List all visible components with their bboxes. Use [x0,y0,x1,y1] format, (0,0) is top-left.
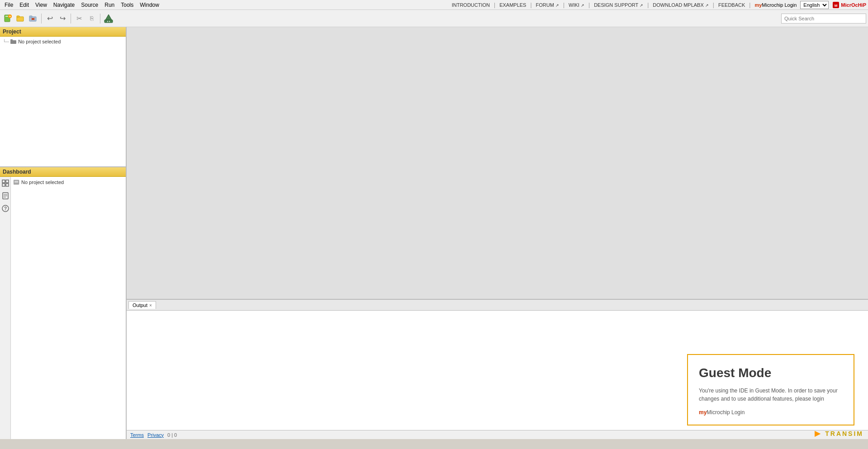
close-project-icon [28,14,38,23]
left-panel: Project └─ No project selected Dashboard [0,27,127,439]
svg-rect-12 [104,20,113,23]
svg-text:+: + [9,14,11,19]
guest-mode-login: myMicrochip Login [699,409,843,416]
menu-tools[interactable]: Tools [118,1,136,9]
output-tab-label: Output [133,302,147,308]
output-tab[interactable]: Output × [128,301,156,309]
transim-logo: ▶ TRANSIM [815,429,863,438]
nav-sep-2: | [530,2,531,8]
nav-sep-4: | [588,2,590,8]
svg-rect-3 [5,16,8,17]
svg-text:M: M [835,4,838,8]
status-counters: 0 | 0 [167,432,177,438]
guest-mode-description: You're using the IDE in Guest Mode. In o… [699,387,843,403]
build-button[interactable] [103,13,114,24]
my-microchip-login-red[interactable]: my [699,409,707,416]
dashboard-icons-col: ? [0,177,11,439]
svg-rect-19 [6,180,9,183]
toolbar-sep-2 [71,14,71,24]
dashboard-content: No project selected [11,177,126,439]
svg-text:?: ? [4,206,6,211]
language-selector[interactable]: English [800,1,829,9]
privacy-link[interactable]: Privacy [147,432,164,438]
quick-search-input[interactable] [781,14,866,24]
menu-navigate[interactable]: Navigate [51,1,77,9]
project-folder-icon [10,39,17,44]
redo-button[interactable]: ↪ [57,13,68,24]
nav-design-support[interactable]: DESIGN SUPPORT ↗ [591,2,646,8]
svg-rect-14 [107,21,108,22]
menu-file[interactable]: File [2,1,16,9]
dashboard-icon-doc[interactable] [1,191,10,200]
open-project-icon [16,14,25,23]
transim-text: TRANSIM [825,430,863,437]
build-icon [104,14,114,24]
nav-examples[interactable]: EXAMPLES [497,2,529,8]
output-panel: Output × Guest Mode You're using the IDE… [127,299,868,439]
grid-icon [2,180,9,187]
nav-download[interactable]: DOWNLOAD MPLABX ↗ [650,2,711,8]
dashboard-icon-help[interactable]: ? [1,204,10,213]
svg-rect-7 [17,16,19,17]
center-right-panel: Output × Guest Mode You're using the IDE… [127,27,868,439]
microchip-brand-text: MicrOcHiP [841,2,866,8]
transim-triangle-icon: ▶ [815,430,821,437]
toolbar-sep-1 [41,14,42,24]
my-prefix: my [754,2,762,8]
doc-icon [2,192,9,199]
project-panel-content: └─ No project selected [0,37,126,166]
nav-sep-3: | [563,2,564,8]
cut-button[interactable]: ✂ [73,13,85,24]
nav-sep-6: | [713,2,714,8]
microchip-logo-icon: M [832,1,840,9]
output-content: Guest Mode You're using the IDE in Guest… [127,311,868,439]
microchip-logo: M MicrOcHiP [832,1,866,9]
no-project-label: No project selected [18,39,61,44]
new-project-icon: + [3,14,12,23]
project-panel-header: Project [0,27,126,37]
menu-run[interactable]: Run [102,1,117,9]
guest-mode-popup: Guest Mode You're using the IDE in Guest… [687,354,854,425]
menu-edit[interactable]: Edit [17,1,32,9]
dashboard-no-project: No project selected [13,179,124,186]
menu-bar: File Edit View Navigate Source Run Tools… [0,0,868,10]
dashboard-no-project-label: No project selected [21,180,64,185]
main-layout: Project └─ No project selected Dashboard [0,27,868,439]
new-project-button[interactable]: + [2,13,14,24]
editor-area [127,27,868,299]
nav-introduction[interactable]: INTRODUCTION [449,2,493,8]
guest-mode-title: Guest Mode [699,366,843,380]
close-project-button[interactable] [27,13,39,24]
nav-wiki[interactable]: WIKI ↗ [566,2,587,8]
svg-rect-9 [29,16,32,17]
paste-button[interactable]: ⎘ [86,13,98,24]
toolbar-sep-3 [100,14,100,24]
svg-rect-18 [2,180,5,183]
microchip-login-label: Microchip Login [762,2,797,8]
svg-rect-20 [2,184,5,186]
terms-link[interactable]: Terms [130,432,144,438]
svg-rect-15 [109,21,110,22]
help-icon: ? [2,205,9,212]
my-microchip-login[interactable]: myMicrochip Login [752,2,799,8]
svg-rect-16 [10,40,16,44]
dashboard-panel-header: Dashboard [0,167,126,177]
menu-window[interactable]: Window [137,1,162,9]
open-project-button[interactable] [14,13,26,24]
tree-expand-icon: └─ [3,39,9,44]
menu-source[interactable]: Source [78,1,101,9]
undo-button[interactable]: ↩ [44,13,56,24]
output-tabs: Output × [127,300,868,311]
project-panel: Project └─ No project selected [0,27,126,167]
status-bar: Terms Privacy 0 | 0 ▶ TRANSIM [127,430,868,439]
nav-sep-7: | [749,2,750,8]
output-tab-close-btn[interactable]: × [149,303,152,308]
nav-sep-1: | [494,2,495,8]
microchip-login-text[interactable]: Microchip Login [707,409,745,416]
project-root-item: └─ No project selected [2,38,124,45]
menu-view[interactable]: View [33,1,50,9]
dashboard-icon-grid[interactable] [1,179,10,188]
nav-feedback[interactable]: FEEDBACK [716,2,748,8]
toolbar: + ↩ ↪ ✂ ⎘ [0,10,868,27]
nav-forum[interactable]: FORUM ↗ [533,2,562,8]
